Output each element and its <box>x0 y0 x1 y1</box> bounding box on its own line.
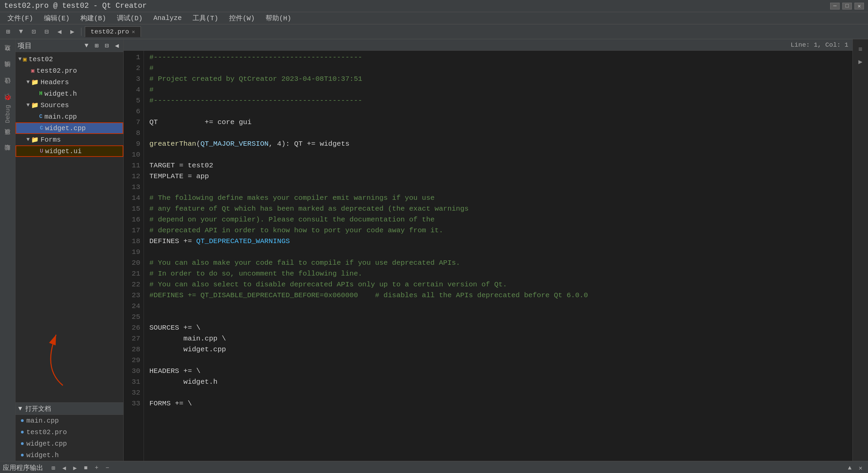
expand-icon-test02: ▼ <box>17 56 23 62</box>
activity-help[interactable]: ? <box>2 141 14 153</box>
expand-icon-openfiles: ▼ <box>18 405 22 412</box>
line-numbers: 12345 678910 1112131415 1617181920 21222… <box>124 51 144 461</box>
menubar: 文件(F) 编辑(E) 构建(B) 调试(D) Analyze 工具(T) 控件… <box>0 12 868 24</box>
minimize-button[interactable]: ─ <box>830 3 840 9</box>
activity-welcome[interactable]: ⌂ <box>2 42 14 54</box>
menu-build[interactable]: 构建(B) <box>76 12 111 24</box>
menu-analyze[interactable]: Analyze <box>149 13 187 23</box>
file-dot-wh <box>21 454 24 456</box>
bottom-icon-right[interactable]: ▶ <box>70 463 80 473</box>
toolbar-icon-3[interactable]: ⊡ <box>28 26 39 37</box>
close-button[interactable]: ✕ <box>854 3 864 9</box>
right-panel-icon[interactable]: ≡ <box>854 43 867 55</box>
expand-icon-forms: ▼ <box>25 137 31 143</box>
tree-item-forms[interactable]: ▼ 📁 Forms <box>16 134 123 145</box>
bottom-icon-stop[interactable]: ■ <box>81 463 91 473</box>
tree-label-test02: test02 <box>29 55 53 63</box>
bottom-icon-left[interactable]: ◀ <box>59 463 69 473</box>
main-area: ⌂ 欢迎 ✏ 编辑 ⬡ 设计 🐞 Debug ⚙ 项目 ? 帮助 项目 ▼ ⊞ … <box>0 39 868 461</box>
open-files-title: 打开文档 <box>25 404 51 413</box>
open-files-panel: ▼ 打开文档 main.cpp test02.pro widget.cpp wi… <box>16 402 123 461</box>
tree-item-widget-ui[interactable]: ▶ U widget.ui <box>16 145 123 157</box>
tree-item-sources[interactable]: ▼ 📁 Sources <box>16 99 123 111</box>
code-editor[interactable]: 12345 678910 1112131415 1617181920 21222… <box>124 51 852 461</box>
activity-bar: ⌂ 欢迎 ✏ 编辑 ⬡ 设计 🐞 Debug ⚙ 项目 ? 帮助 <box>0 39 16 461</box>
file-dot-wcpp <box>21 442 24 445</box>
tree-label-widget-ui: widget.ui <box>45 147 82 155</box>
menu-tools[interactable]: 工具(T) <box>188 12 223 24</box>
tree-item-main-cpp[interactable]: ▶ C main.cpp <box>16 111 123 122</box>
right-collapse-icon[interactable]: ▶ <box>854 55 867 68</box>
tree-label-widget-cpp: widget.cpp <box>45 124 86 132</box>
bottom-tab-bar: 应用程序输出 ⊞ ◀ ▶ ■ + − ▲ ✕ <box>0 462 868 473</box>
tree-label-headers: Headers <box>41 78 69 86</box>
maximize-button[interactable]: □ <box>842 3 852 9</box>
menu-edit[interactable]: 编辑(E) <box>39 12 74 24</box>
tree-item-headers[interactable]: ▼ 📁 Headers <box>16 76 123 88</box>
pro-file-icon: ▣ <box>31 67 34 74</box>
toolbar-icon-filter[interactable]: ▼ <box>16 26 26 37</box>
open-file-label-wcpp: widget.cpp <box>26 440 67 448</box>
bottom-collapse-icon[interactable]: ▲ <box>845 463 854 473</box>
tree-label-forms: Forms <box>41 136 61 144</box>
tree-item-test02pro[interactable]: ▶ ▣ test02.pro <box>16 65 123 76</box>
bottom-close-icon[interactable]: ✕ <box>856 463 865 473</box>
menu-debug[interactable]: 调试(D) <box>112 12 147 24</box>
activity-debug[interactable]: 🐞 <box>2 91 14 103</box>
menu-controls[interactable]: 控件(W) <box>224 12 259 24</box>
menu-help[interactable]: 帮助(H) <box>261 12 296 24</box>
h-file-icon: H <box>39 91 43 97</box>
cpp-file-icon-main: C <box>39 114 43 120</box>
bottom-icon-plus[interactable]: + <box>92 463 101 473</box>
bottom-icon-minus[interactable]: − <box>103 463 112 473</box>
open-files-header[interactable]: ▼ 打开文档 <box>16 403 123 415</box>
open-file-test02pro[interactable]: test02.pro <box>16 426 123 438</box>
activity-edit[interactable]: ✏ <box>2 58 14 70</box>
open-file-widget-cpp[interactable]: widget.cpp <box>16 438 123 449</box>
activity-debug-label[interactable]: Debug <box>4 105 11 123</box>
bottom-icon-grid[interactable]: ⊞ <box>49 463 58 473</box>
open-file-label-pro: test02.pro <box>26 428 67 436</box>
activity-design[interactable]: ⬡ <box>2 74 14 87</box>
expand-icon-headers: ▼ <box>25 79 31 85</box>
titlebar-title: test02.pro @ test02 - Qt Creator <box>4 2 147 10</box>
folder-icon-test02: ▣ <box>23 55 27 63</box>
editor-area: Line: 1, Col: 1 12345 678910 1112131415 … <box>124 39 852 461</box>
tree-item-widget-cpp[interactable]: ▶ C widget.cpp <box>16 122 123 134</box>
open-file-label-main: main.cpp <box>26 417 59 425</box>
open-file-main-cpp[interactable]: main.cpp <box>16 415 123 426</box>
sidebar-collapse-icon[interactable]: ⊟ <box>102 41 111 50</box>
editor-tab-close[interactable]: ✕ <box>132 28 135 35</box>
toolbar-icon-1[interactable]: ⊞ <box>3 26 14 37</box>
tree-label-test02pro: test02.pro <box>36 67 77 75</box>
right-panel: ≡ ▶ <box>852 39 868 461</box>
cpp-file-icon-widget: C <box>40 125 43 131</box>
bottom-area: 应用程序输出 ⊞ ◀ ▶ ■ + − ▲ ✕ test02 ✕ F:/Qt/QT… <box>0 461 868 473</box>
expand-icon-sources: ▼ <box>25 102 31 108</box>
toolbar-icon-4[interactable]: ⊟ <box>41 26 52 37</box>
open-file-widget-h[interactable]: widget.h <box>16 449 123 461</box>
folder-icon-forms: 📁 <box>31 136 39 143</box>
folder-icon-sources: 📁 <box>31 101 39 109</box>
tree-item-widget-h[interactable]: ▶ H widget.h <box>16 88 123 99</box>
activity-project[interactable]: ⚙ <box>2 125 14 137</box>
toolbar: ⊞ ▼ ⊡ ⊟ ◀ ▶ test02.pro ✕ <box>0 24 868 39</box>
sidebar-close-icon[interactable]: ◀ <box>113 41 121 50</box>
code-content[interactable]: #---------------------------------------… <box>144 51 852 461</box>
sidebar-toolbar: 项目 ▼ ⊞ ⊟ ◀ <box>16 39 123 52</box>
toolbar-separator <box>81 28 81 36</box>
toolbar-icon-back[interactable]: ◀ <box>54 26 65 37</box>
editor-position: Line: 1, Col: 1 <box>791 41 848 49</box>
tree-label-sources: Sources <box>41 101 69 109</box>
titlebar: test02.pro @ test02 - Qt Creator ─ □ ✕ <box>0 0 868 12</box>
sidebar-filter-icon[interactable]: ▼ <box>82 41 91 50</box>
ui-file-icon: U <box>40 148 43 154</box>
menu-file[interactable]: 文件(F) <box>3 12 38 24</box>
tree-item-test02[interactable]: ▼ ▣ test02 <box>16 53 123 65</box>
toolbar-icon-fwd[interactable]: ▶ <box>67 26 78 37</box>
tree-label-widget-h: widget.h <box>45 90 77 98</box>
file-dot-main <box>21 419 24 422</box>
sidebar-expand-icon[interactable]: ⊞ <box>92 41 101 50</box>
editor-tab-pro[interactable]: test02.pro ✕ <box>85 26 141 37</box>
bottom-header-label: 应用程序输出 <box>3 463 43 472</box>
